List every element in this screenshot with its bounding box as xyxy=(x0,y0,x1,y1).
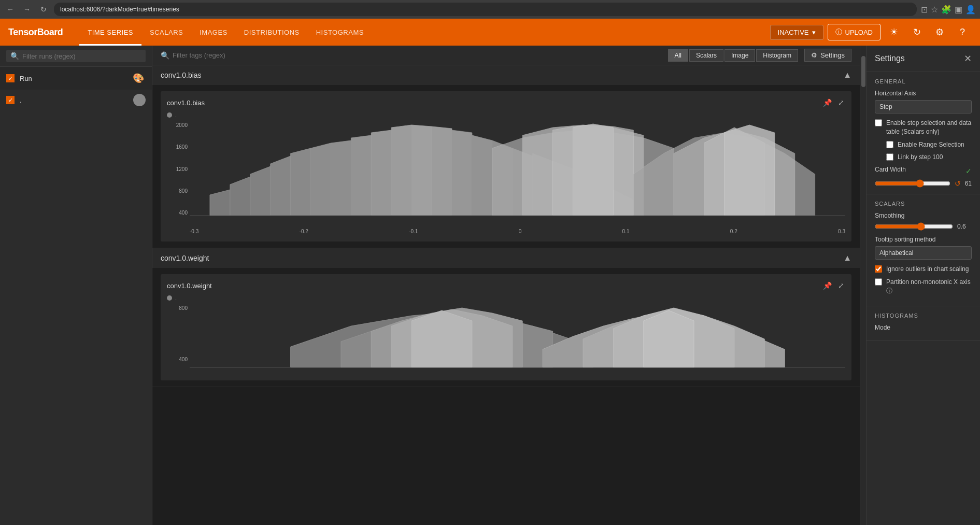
browser-chrome: ← → ↻ localhost:6006/?darkMode=true#time… xyxy=(0,0,980,19)
reload-icon[interactable]: ↻ xyxy=(907,23,926,41)
smoothing-value: 0.6 xyxy=(957,223,972,230)
browser-toolbar: ⊡ ☆ 🧩 ▣ 👤 xyxy=(921,5,976,15)
svg-marker-13 xyxy=(472,135,492,216)
expand-button-bias[interactable]: ⤢ xyxy=(837,97,845,108)
settings-close-button[interactable]: ✕ xyxy=(964,53,972,64)
chart-run-weight: . xyxy=(167,295,845,301)
horizontal-axis-label: Horizontal Axis xyxy=(875,90,972,97)
nav-tab-images[interactable]: IMAGES xyxy=(191,19,236,46)
x-label--0.3: -0.3 xyxy=(190,229,198,234)
expand-button-weight[interactable]: ⤢ xyxy=(837,280,845,291)
run-checkbox[interactable]: ✓ xyxy=(6,74,15,82)
help-icon[interactable]: ? xyxy=(953,23,972,41)
horizontal-axis-select[interactable]: Step Relative Wall xyxy=(875,100,972,113)
header-right: INACTIVE ▾ ⓘ UPLOAD ☀ ↻ ⚙ ? xyxy=(770,23,972,41)
svg-marker-38 xyxy=(644,310,694,367)
enable-range-label: Enable Range Selection xyxy=(898,140,964,149)
filter-all-button[interactable]: All xyxy=(668,49,688,62)
chart-actions-bias: 📌 ⤢ xyxy=(822,97,845,108)
tooltip-sorting-select[interactable]: Alphabetical Ascending Descending None xyxy=(875,246,972,260)
sidebar-dot-item[interactable]: ✓ . xyxy=(0,90,152,110)
nav-tab-scalars[interactable]: SCALARS xyxy=(141,19,191,46)
main-layout: 🔍 ✓ Run 🎨 ✓ . 🔍 All xyxy=(0,46,980,525)
sidebar-run-item[interactable]: ✓ Run 🎨 xyxy=(0,67,152,90)
settings-general-section: GENERAL Horizontal Axis Step Relative Wa… xyxy=(867,72,980,194)
section-conv1-weight-collapse[interactable]: ▲ xyxy=(843,253,851,263)
histogram-svg-bias xyxy=(190,122,845,226)
section-conv1-weight-title: conv1.0.weight xyxy=(161,254,209,262)
partition-label: Partition non-monotonic X axis ⓘ xyxy=(886,278,972,295)
refresh-button[interactable]: ↻ xyxy=(37,3,50,16)
theme-icon[interactable]: ☀ xyxy=(885,23,903,41)
chart-actions-weight: 📌 ⤢ xyxy=(822,280,845,291)
extensions-icon[interactable]: 🧩 xyxy=(941,5,951,15)
svg-marker-24 xyxy=(573,124,614,216)
content-area: conv1.0.bias ▲ conv1.0.bias 📌 ⤢ xyxy=(152,65,860,525)
inactive-button[interactable]: INACTIVE ▾ xyxy=(770,25,823,40)
address-bar[interactable]: localhost:6006/?darkMode=true#timeseries xyxy=(54,3,917,16)
card-width-reset-button[interactable]: ↺ xyxy=(955,179,961,188)
section-conv1-bias-collapse[interactable]: ▲ xyxy=(843,70,851,80)
section-conv1-bias-title: conv1.0.bias xyxy=(161,71,202,79)
dot-color-button[interactable] xyxy=(133,94,146,106)
filter-image-button[interactable]: Image xyxy=(725,49,755,62)
pin-button-bias[interactable]: 📌 xyxy=(822,97,833,108)
smoothing-label: Smoothing xyxy=(875,212,972,219)
chart-header-weight: conv1.0.weight 📌 ⤢ xyxy=(167,280,845,291)
section-conv1-weight-header[interactable]: conv1.0.weight ▲ xyxy=(152,248,860,268)
x-label-0: 0 xyxy=(519,229,522,234)
card-width-label: Card Width xyxy=(875,166,906,173)
filter-scalars-button[interactable]: Scalars xyxy=(689,49,723,62)
chart-title-bias: conv1.0.bias xyxy=(167,99,205,107)
sidebar-search-area: 🔍 xyxy=(0,46,152,67)
card-width-slider[interactable] xyxy=(875,179,950,188)
y-label-1600: 1600 xyxy=(176,144,188,150)
bookmark-icon[interactable]: ☆ xyxy=(931,5,938,15)
settings-button[interactable]: ⚙ Settings xyxy=(804,49,851,62)
run-color-button[interactable]: 🎨 xyxy=(131,71,146,86)
chart-card-weight: conv1.0.weight 📌 ⤢ . xyxy=(161,274,851,380)
pin-button-weight[interactable]: 📌 xyxy=(822,280,833,291)
app-logo: TensorBoard xyxy=(8,27,63,38)
enable-range-checkbox[interactable] xyxy=(886,141,893,148)
section-conv1-bias-header[interactable]: conv1.0.bias ▲ xyxy=(152,65,860,85)
sidebar-toggle-icon[interactable]: ▣ xyxy=(955,5,962,15)
upload-icon: ⓘ xyxy=(835,27,842,37)
enable-step-checkbox[interactable] xyxy=(875,119,882,126)
dot-checkbox[interactable]: ✓ xyxy=(6,96,15,104)
upload-button[interactable]: ⓘ UPLOAD xyxy=(828,24,880,40)
nav-tab-histograms[interactable]: HISTOGRAMS xyxy=(308,19,372,46)
section-conv1-weight: conv1.0.weight ▲ conv1.0.weight 📌 ⤢ xyxy=(152,248,860,387)
y-label-800: 800 xyxy=(179,188,188,194)
x-label-0.2: 0.2 xyxy=(730,229,737,234)
partition-checkbox[interactable] xyxy=(875,278,882,286)
filter-type-buttons: All Scalars Image Histogram xyxy=(668,49,798,62)
ignore-outliers-label: Ignore outliers in chart scaling xyxy=(886,265,969,274)
run-label-bias: . xyxy=(175,112,177,118)
nav-tab-timeseries[interactable]: TIME SERIES xyxy=(79,19,141,46)
profile-icon[interactable]: 👤 xyxy=(965,5,976,15)
upload-label: UPLOAD xyxy=(845,29,873,36)
settings-icon[interactable]: ⚙ xyxy=(930,23,949,41)
sidebar-search-wrap: 🔍 xyxy=(6,50,146,62)
sidebar-search-input[interactable] xyxy=(22,52,141,60)
chart-card-bias: conv1.0.bias 📌 ⤢ . xyxy=(161,91,851,242)
ignore-outliers-checkbox[interactable] xyxy=(875,265,882,273)
nav-tab-distributions[interactable]: DISTRIBUTIONS xyxy=(236,19,308,46)
filter-histogram-button[interactable]: Histogram xyxy=(756,49,798,62)
smoothing-slider[interactable] xyxy=(875,222,953,231)
settings-panel-header: Settings ✕ xyxy=(867,46,980,72)
svg-marker-2 xyxy=(250,166,271,216)
back-button[interactable]: ← xyxy=(4,3,17,16)
card-width-check-icon: ✓ xyxy=(965,167,972,175)
w-y-label-800: 800 xyxy=(179,305,188,311)
svg-marker-4 xyxy=(291,148,311,216)
translate-icon[interactable]: ⊡ xyxy=(921,5,928,15)
link-by-step-checkbox[interactable] xyxy=(886,153,893,161)
forward-button[interactable]: → xyxy=(21,3,33,16)
app-header: TensorBoard TIME SERIES SCALARS IMAGES D… xyxy=(0,19,980,46)
svg-marker-28 xyxy=(724,125,774,216)
tag-search-input[interactable] xyxy=(173,51,662,59)
settings-histograms-section: HISTOGRAMS Mode xyxy=(867,306,980,341)
x-label--0.1: -0.1 xyxy=(409,229,418,234)
